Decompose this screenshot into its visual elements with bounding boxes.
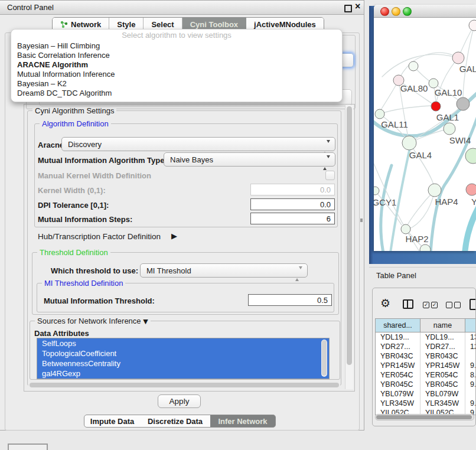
network-node[interactable] [420, 244, 431, 251]
network-window-titlebar[interactable] [374, 5, 476, 18]
network-node[interactable] [457, 97, 470, 110]
algorithm-option[interactable]: ARACNE Algorithm [11, 60, 342, 70]
algorithm-option[interactable]: Bayesian – K2 [11, 79, 342, 89]
network-node[interactable] [469, 20, 476, 31]
mi-threshold-label: Mutual Information Threshold: [44, 296, 155, 305]
scrollbar-thumb[interactable] [30, 383, 339, 387]
zoom-traffic-light-icon[interactable] [403, 7, 412, 16]
algorithm-option[interactable]: Dream8 DC_TDC Algorithm [11, 89, 342, 98]
attribute-items: SelfLoopsTopologicalCoefficientBetweenne… [37, 338, 329, 379]
network-node[interactable] [428, 184, 441, 197]
node-label: GAL11 [381, 119, 408, 129]
column-header[interactable]: A [465, 319, 476, 332]
manual-kernel-checkbox[interactable] [325, 171, 335, 180]
column-header[interactable]: name [420, 319, 465, 332]
table-cell: 13 [465, 332, 476, 342]
data-attribute-item[interactable]: BetweennessCentrality [37, 358, 329, 369]
table-row[interactable]: YBL079WYBL079W [376, 389, 476, 399]
network-node[interactable] [466, 184, 476, 195]
node-label: GAL8 [459, 64, 476, 74]
table-cell: YDL19... [420, 332, 465, 342]
table-header-row: shared...nameA [376, 319, 476, 332]
dpi-tolerance-field[interactable]: 0.0 [250, 198, 335, 210]
algorithm-option[interactable]: Bayesian – Hill Climbing [11, 41, 342, 51]
tab-impute-data[interactable]: Impute Data [84, 415, 141, 428]
split-pane-handle[interactable] [360, 219, 363, 222]
network-canvas[interactable]: GAL8GAL80GAL10GAL1GAL11GAL4SWI4HAP4YGCY1… [374, 18, 476, 251]
show-columns-icon[interactable] [403, 299, 413, 309]
popup-prompt: Select algorithm to view settings [11, 30, 342, 41]
close-icon[interactable]: × [355, 1, 360, 12]
list-vertical-scrollbar[interactable] [321, 340, 327, 377]
table-row[interactable]: YDL19...YDL19...13 [376, 332, 476, 342]
manual-kernel-label: Manual Kernel Width Definition [38, 171, 151, 180]
table-cell: 8. [465, 370, 476, 380]
network-node[interactable] [401, 224, 410, 234]
node-label: SWI4 [449, 135, 471, 145]
deselect-all-icon[interactable] [446, 302, 462, 312]
gear-icon[interactable]: ⚙ [380, 298, 390, 309]
mi-type-combo[interactable]: Naive Bayes [164, 152, 335, 167]
network-edge[interactable] [380, 106, 432, 114]
node-label: GCY1 [374, 197, 396, 207]
table-cell: YER054C [420, 370, 465, 380]
aracne-mode-value: Discovery [68, 140, 102, 149]
mi-steps-field[interactable]: 6 [250, 213, 335, 224]
network-node[interactable] [375, 109, 384, 119]
network-node[interactable] [402, 136, 416, 150]
algorithm-option[interactable]: Basic Correlation Inference [11, 51, 342, 60]
network-node[interactable] [374, 187, 379, 195]
network-node[interactable] [431, 102, 441, 111]
collapse-down-icon[interactable]: ▼ [143, 318, 148, 325]
kernel-width-field[interactable]: 0.0 [250, 184, 335, 195]
minimize-traffic-light-icon[interactable] [392, 7, 400, 16]
scrollbar-thumb[interactable] [322, 340, 327, 376]
network-edge[interactable] [409, 190, 435, 229]
network-node[interactable] [465, 148, 476, 164]
network-node[interactable] [409, 61, 418, 71]
threshold-definition-title: Threshold Definition [37, 248, 110, 257]
popup-item-list: Bayesian – Hill ClimbingBasic Correlatio… [11, 41, 342, 98]
data-attributes-list[interactable]: SelfLoopsTopologicalCoefficientBetweenne… [37, 338, 330, 379]
float-window-icon[interactable] [344, 5, 352, 12]
algorithm-option[interactable]: Mutual Information Inference [11, 70, 342, 79]
table-cell: YLR345W [420, 399, 465, 408]
tab-infer-network[interactable]: Infer Network [210, 415, 276, 428]
apply-button[interactable]: Apply [158, 394, 201, 408]
tab-discretize-data[interactable]: Discretize Data [140, 415, 211, 428]
aracne-mode-combo[interactable]: Discovery [61, 137, 335, 151]
table-row[interactable]: YDR27...YDR27...12 [376, 342, 476, 351]
expand-right-icon[interactable]: ▶ [171, 231, 177, 240]
table-horizontal-scrollbar[interactable] [375, 414, 474, 420]
column-header[interactable]: shared... [376, 319, 420, 332]
network-node[interactable] [444, 123, 455, 135]
network-node[interactable] [429, 79, 438, 88]
select-all-icon[interactable]: ✓✓ [423, 302, 439, 312]
data-attribute-item[interactable]: TopologicalCoefficient [37, 348, 329, 358]
network-node[interactable] [452, 52, 464, 64]
table-row[interactable]: YBR043CYBR043C [376, 351, 476, 361]
network-edge[interactable] [381, 165, 392, 251]
network-graph: GAL8GAL80GAL10GAL1GAL11GAL4SWI4HAP4YGCY1… [374, 18, 476, 251]
table-cell: 9. [465, 399, 476, 408]
table-row[interactable]: YPR145WYPR145W9. [376, 361, 476, 370]
settings-horizontal-scrollbar[interactable] [28, 382, 340, 388]
network-edge[interactable] [399, 53, 458, 80]
table-row[interactable]: YER054CYER054C8. [376, 370, 476, 380]
data-attribute-item[interactable]: SelfLoops [37, 338, 329, 348]
close-traffic-light-icon[interactable] [380, 7, 389, 16]
scrollbar-thumb[interactable] [376, 415, 472, 419]
minimized-panel-icon[interactable] [8, 444, 48, 450]
which-threshold-combo[interactable]: MI Threshold [140, 263, 308, 278]
table-cell: YBR045C [376, 380, 420, 389]
data-attribute-item[interactable]: gal4RGexp [37, 369, 329, 379]
table-row[interactable]: YLR345WYLR345W9. [376, 399, 476, 408]
import-table-icon[interactable] [470, 299, 476, 310]
table-row[interactable]: YBR045CYBR045C9. [376, 380, 476, 389]
table-cell: YBR043C [420, 351, 465, 361]
table-cell: YBR045C [420, 380, 465, 389]
mi-threshold-group-title: MI Threshold Definition [42, 279, 125, 288]
mi-threshold-field[interactable]: 0.5 [248, 294, 332, 306]
settings-vertical-scrollbar[interactable] [345, 105, 353, 389]
scrollbar-thumb[interactable] [347, 106, 352, 365]
